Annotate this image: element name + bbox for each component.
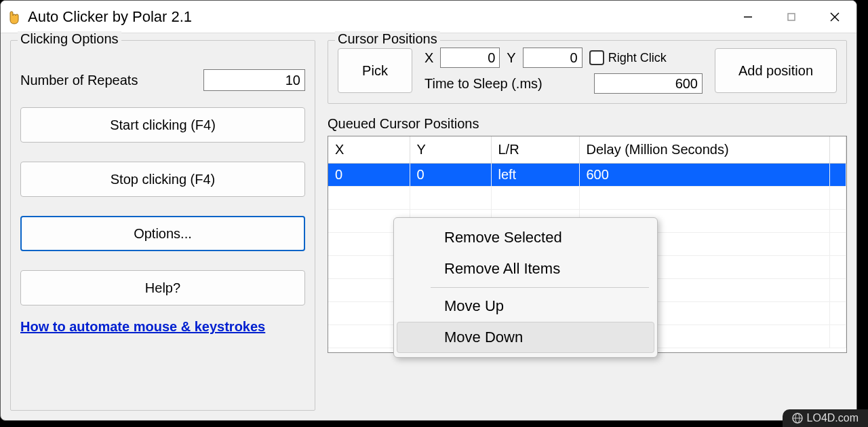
svg-rect-1	[788, 14, 795, 20]
start-clicking-label: Start clicking (F4)	[110, 117, 216, 133]
app-window: Auto Clicker by Polar 2.1 Clicking Optio…	[0, 0, 857, 421]
repeats-row: Number of Repeats	[20, 69, 305, 91]
add-position-label: Add position	[738, 63, 813, 79]
app-icon	[6, 9, 22, 25]
window-title: Auto Clicker by Polar 2.1	[28, 8, 192, 26]
col-scroll-gutter	[830, 136, 846, 164]
repeats-label: Number of Repeats	[20, 73, 138, 88]
queued-label: Queued Cursor Positions	[328, 116, 847, 132]
x-label: X	[425, 50, 433, 66]
help-label: Help?	[145, 280, 180, 296]
watermark-text: LO4D.com	[807, 412, 859, 424]
clicking-options-group: Clicking Options Number of Repeats Start…	[10, 40, 315, 411]
start-clicking-button[interactable]: Start clicking (F4)	[20, 107, 305, 143]
pick-label: Pick	[362, 63, 388, 79]
sleep-input[interactable]	[594, 73, 703, 94]
left-panel: Clicking Options Number of Repeats Start…	[10, 40, 315, 411]
cursor-positions-group: Cursor Positions Pick X Y	[328, 40, 847, 104]
close-button[interactable]	[813, 1, 856, 33]
y-label: Y	[507, 50, 515, 66]
table-header-row: X Y L/R Delay (Million Seconds)	[328, 136, 846, 164]
ctx-remove-all[interactable]: Remove All Items	[397, 253, 654, 284]
options-button[interactable]: Options...	[20, 216, 305, 251]
cell-lr: left	[491, 164, 579, 187]
cursor-positions-legend: Cursor Positions	[335, 31, 440, 47]
x-input[interactable]	[440, 48, 500, 68]
pick-button[interactable]: Pick	[338, 48, 412, 93]
col-delay[interactable]: Delay (Million Seconds)	[579, 136, 830, 164]
right-click-checkbox[interactable]: Right Click	[589, 50, 667, 65]
watermark-badge: LO4D.com	[783, 409, 868, 427]
stop-clicking-label: Stop clicking (F4)	[111, 172, 216, 187]
sleep-label: Time to Sleep (.ms)	[425, 76, 542, 92]
minimize-button[interactable]	[726, 1, 770, 33]
options-label: Options...	[134, 226, 192, 242]
window-controls	[726, 1, 856, 33]
col-lr[interactable]: L/R	[491, 136, 579, 164]
col-y[interactable]: Y	[410, 136, 491, 164]
ctx-move-up[interactable]: Move Up	[397, 291, 654, 322]
repeats-input[interactable]	[203, 69, 305, 91]
globe-icon	[792, 413, 803, 424]
add-position-button[interactable]: Add position	[715, 48, 837, 93]
howto-link[interactable]: How to automate mouse & keystrokes	[20, 319, 265, 335]
maximize-button[interactable]	[770, 1, 813, 33]
right-click-label: Right Click	[608, 51, 667, 65]
cell-delay: 600	[579, 164, 830, 187]
context-menu: Remove Selected Remove All Items Move Up…	[393, 217, 658, 358]
clicking-options-legend: Clicking Options	[18, 31, 121, 47]
titlebar: Auto Clicker by Polar 2.1	[1, 1, 856, 33]
col-x[interactable]: X	[328, 136, 410, 164]
y-input[interactable]	[523, 48, 583, 68]
table-row[interactable]	[328, 187, 846, 210]
cell-x: 0	[328, 164, 410, 187]
ctx-separator	[431, 287, 649, 288]
ctx-remove-selected[interactable]: Remove Selected	[397, 222, 654, 253]
table-row[interactable]: 0 0 left 600	[328, 164, 846, 187]
checkbox-icon	[589, 50, 604, 65]
stop-clicking-button[interactable]: Stop clicking (F4)	[20, 162, 305, 197]
help-button[interactable]: Help?	[20, 270, 305, 305]
cell-y: 0	[410, 164, 491, 187]
ctx-move-down[interactable]: Move Down	[397, 322, 654, 353]
